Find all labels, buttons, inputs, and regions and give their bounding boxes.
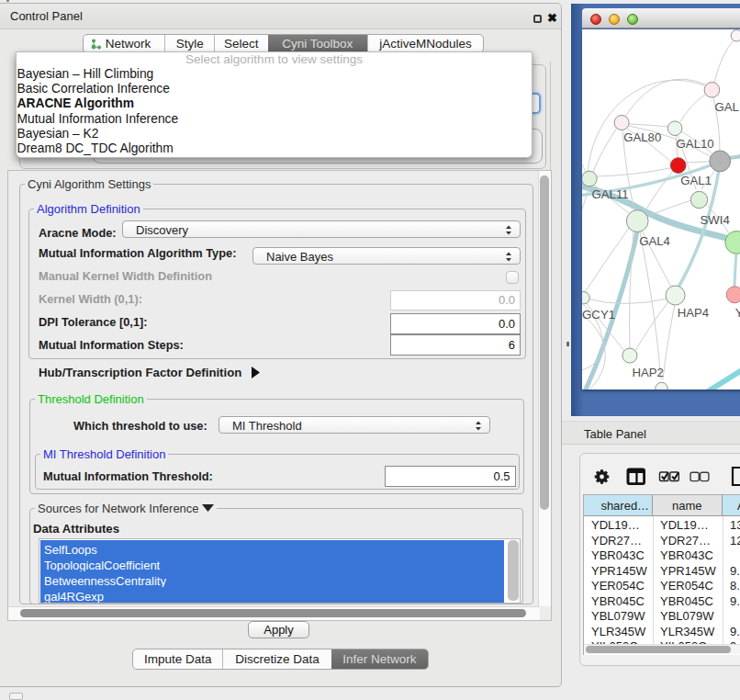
svg-text:GAL80: GAL80	[623, 130, 661, 144]
svg-text:GAL4: GAL4	[639, 234, 670, 248]
svg-text:GAL11: GAL11	[592, 187, 629, 201]
svg-text:HAP4: HAP4	[678, 306, 709, 320]
svg-text:Y: Y	[735, 306, 740, 320]
svg-text:GCY1: GCY1	[582, 308, 615, 322]
svg-text:GAL10: GAL10	[677, 137, 714, 151]
svg-text:GAL: GAL	[715, 100, 739, 114]
svg-text:SWI4: SWI4	[701, 213, 730, 227]
svg-text:HAP2: HAP2	[633, 366, 664, 379]
svg-text:GAL1: GAL1	[680, 174, 712, 187]
